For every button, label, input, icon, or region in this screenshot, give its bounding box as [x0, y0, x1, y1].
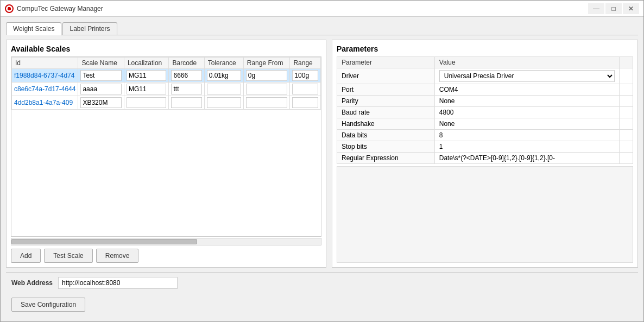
- scale-cell-input[interactable]: [207, 70, 241, 81]
- parameters-title: Parameters: [337, 45, 633, 53]
- col-header-range-from: Range From: [243, 58, 290, 69]
- param-extra-cell: [619, 68, 633, 84]
- table-row[interactable]: 4dd2b8a1-4a7a-409: [12, 96, 321, 110]
- close-button[interactable]: ✕: [623, 3, 639, 14]
- scrollbar-thumb: [11, 239, 197, 244]
- param-extra-cell: [619, 153, 633, 164]
- scale-cell-input[interactable]: [246, 70, 288, 81]
- web-address-section: Web Address: [6, 272, 638, 293]
- param-value-cell: Universal Precsia Driver: [434, 68, 619, 84]
- web-address-input[interactable]: [58, 277, 178, 289]
- param-row: Regular ExpressionDate\s*(?<DATE>[0-9]{1…: [337, 153, 633, 164]
- tab-bar: Weight Scales Label Printers: [6, 22, 638, 35]
- extra-area: [337, 166, 633, 263]
- col-header-name: Scale Name: [78, 58, 124, 69]
- col-header-range: Range: [290, 58, 321, 69]
- col-header-barcode: Barcode: [169, 58, 204, 69]
- scale-cell-input[interactable]: [207, 84, 241, 94]
- window-title: CompuTec Gateway Manager: [17, 5, 103, 12]
- scale-cell-input[interactable]: [292, 97, 318, 108]
- param-label: Parity: [337, 96, 435, 107]
- app-icon: [5, 4, 14, 13]
- parameters-panel: Parameters Parameter Value DriverUnivers…: [332, 40, 638, 268]
- scale-cell-input[interactable]: [246, 84, 288, 94]
- scale-cell-input[interactable]: [292, 70, 318, 81]
- param-extra-cell: [619, 84, 633, 96]
- param-value-cell: 8: [434, 130, 619, 141]
- param-extra-cell: [619, 96, 633, 107]
- horizontal-scrollbar[interactable]: [11, 238, 321, 245]
- param-extra-cell: [619, 141, 633, 153]
- scale-cell-input[interactable]: [80, 84, 121, 94]
- save-configuration-button[interactable]: Save Configuration: [11, 298, 85, 312]
- params-col-value: Value: [434, 57, 619, 68]
- content-area: Weight Scales Label Printers Available S…: [1, 17, 643, 321]
- scale-cell-input[interactable]: [171, 84, 201, 94]
- param-extra-cell: [619, 118, 633, 130]
- scale-cell-input[interactable]: [80, 97, 121, 108]
- scale-cell-input[interactable]: [292, 84, 318, 94]
- scale-cell-input[interactable]: [246, 97, 288, 108]
- scale-cell-input[interactable]: [171, 70, 201, 81]
- horizontal-scrollbar-row: [11, 238, 321, 245]
- param-row: PortCOM4: [337, 84, 633, 96]
- param-row: ParityNone: [337, 96, 633, 107]
- param-value-cell: None: [434, 96, 619, 107]
- param-label: Driver: [337, 68, 435, 84]
- params-col-extra: [619, 57, 633, 68]
- scale-cell-input[interactable]: [80, 70, 121, 81]
- minimize-button[interactable]: —: [588, 3, 604, 14]
- param-extra-cell: [619, 130, 633, 141]
- save-row: Save Configuration: [6, 298, 638, 316]
- param-label: Stop bits: [337, 141, 435, 153]
- table-header-row: Id Scale Name Localization Barcode Toler…: [12, 58, 321, 69]
- available-scales-title: Available Scales: [11, 45, 321, 53]
- param-label: Port: [337, 84, 435, 96]
- col-header-id: Id: [12, 58, 78, 69]
- param-extra-cell: [619, 107, 633, 118]
- scale-cell-input[interactable]: [127, 70, 167, 81]
- scale-id-link[interactable]: 4dd2b8a1-4a7a-409: [14, 99, 73, 106]
- param-row: Stop bits1: [337, 141, 633, 153]
- param-label: Handshake: [337, 118, 435, 130]
- param-label: Data bits: [337, 130, 435, 141]
- param-row: Data bits8: [337, 130, 633, 141]
- param-value-cell: 4800: [434, 107, 619, 118]
- driver-select[interactable]: Universal Precsia Driver: [439, 70, 615, 82]
- scale-cell-input[interactable]: [207, 97, 241, 108]
- scales-table-container[interactable]: Id Scale Name Localization Barcode Toler…: [11, 56, 321, 237]
- table-row[interactable]: c8e6c74a-7d17-4644: [12, 83, 321, 96]
- param-label: Regular Expression: [337, 153, 435, 164]
- add-button[interactable]: Add: [11, 249, 41, 263]
- params-header-row: Parameter Value: [337, 57, 633, 68]
- table-row[interactable]: f1988d84-6737-4d74: [12, 69, 321, 83]
- remove-button[interactable]: Remove: [96, 249, 139, 263]
- col-header-tolerance: Tolerance: [204, 58, 243, 69]
- main-window: CompuTec Gateway Manager — □ ✕ Weight Sc…: [0, 0, 644, 322]
- scale-cell-input[interactable]: [127, 84, 167, 94]
- available-scales-panel: Available Scales Id Scale Name Localizat…: [6, 40, 326, 268]
- tab-label-printers[interactable]: Label Printers: [62, 22, 117, 35]
- scale-cell-input[interactable]: [127, 97, 167, 108]
- action-buttons: Add Test Scale Remove: [11, 249, 321, 263]
- test-scale-button[interactable]: Test Scale: [44, 249, 92, 263]
- restore-button[interactable]: □: [605, 3, 622, 14]
- col-header-localization: Localization: [124, 58, 169, 69]
- param-value-cell: 1: [434, 141, 619, 153]
- scale-id-link[interactable]: c8e6c74a-7d17-4644: [14, 85, 75, 93]
- scale-id-link[interactable]: f1988d84-6737-4d74: [14, 72, 74, 79]
- param-value-cell: COM4: [434, 84, 619, 96]
- web-address-label: Web Address: [11, 279, 53, 287]
- main-panels: Available Scales Id Scale Name Localizat…: [6, 40, 638, 268]
- scales-table: Id Scale Name Localization Barcode Toler…: [11, 57, 321, 110]
- param-row: DriverUniversal Precsia Driver: [337, 68, 633, 84]
- parameters-table: Parameter Value DriverUniversal Precsia …: [337, 56, 633, 164]
- param-value-cell: Date\s*(?<DATE>[0-9]{1,2}.[0-9]{1,2}.[0-: [434, 153, 619, 164]
- param-row: HandshakeNone: [337, 118, 633, 130]
- params-col-parameter: Parameter: [337, 57, 435, 68]
- tab-weight-scales[interactable]: Weight Scales: [6, 22, 61, 35]
- param-row: Baud rate4800: [337, 107, 633, 118]
- scale-cell-input[interactable]: [171, 97, 201, 108]
- param-label: Baud rate: [337, 107, 435, 118]
- title-bar: CompuTec Gateway Manager — □ ✕: [1, 1, 643, 17]
